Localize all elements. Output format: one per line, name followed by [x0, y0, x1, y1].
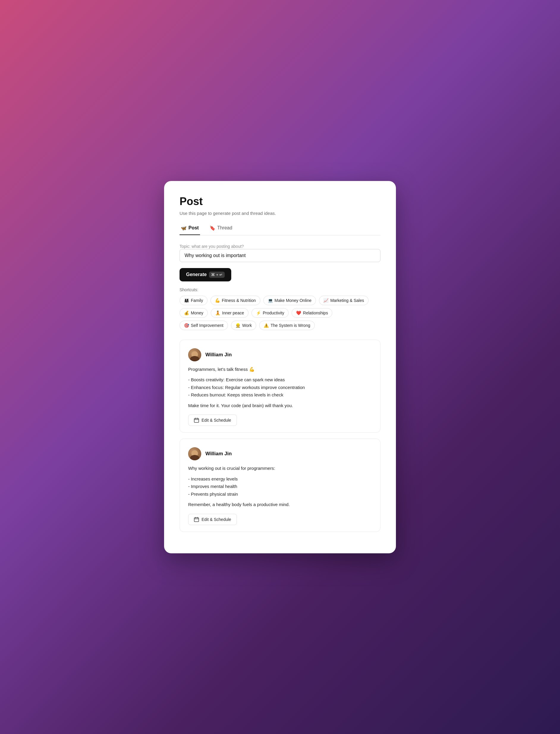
marketing-label: Marketing & Sales — [330, 298, 364, 303]
post-first-line-2: Why working out is crucial for programme… — [188, 464, 372, 472]
page-subtitle: Use this page to generate post and threa… — [180, 211, 380, 216]
shortcut-text: ⌘ + ↵ — [211, 273, 223, 277]
tab-post[interactable]: 🦋 Post — [180, 223, 200, 235]
shortcut-make-money[interactable]: 💻 Make Money Online — [263, 296, 316, 305]
money-label: Money — [191, 311, 203, 315]
post-closing-2: Remember, a healthy body fuels a product… — [188, 501, 372, 508]
thread-tab-emoji: 🔖 — [210, 225, 215, 231]
svg-rect-1 — [194, 518, 199, 522]
main-card: Post Use this page to generate post and … — [164, 181, 396, 553]
topic-input[interactable] — [180, 249, 380, 262]
shortcut-money[interactable]: 💰 Money — [180, 308, 208, 318]
author-name-1: William Jin — [205, 352, 232, 358]
author-name-2: William Jin — [205, 451, 232, 457]
shortcut-work[interactable]: 👷 Work — [231, 321, 256, 330]
make-money-emoji: 💻 — [268, 298, 273, 303]
post-card-2: William Jin Why working out is crucial f… — [180, 438, 380, 532]
shortcut-productivity[interactable]: ⚡ Productivity — [251, 308, 289, 318]
shortcut-inner-peace[interactable]: 🧘 Inner peace — [211, 308, 248, 318]
edit-schedule-button-1[interactable]: Edit & Schedule — [188, 414, 237, 426]
post-content-1: Programmers, let's talk fitness 💪 - Boos… — [188, 366, 372, 409]
tab-bar: 🦋 Post 🔖 Thread — [180, 223, 380, 235]
work-label: Work — [242, 323, 252, 328]
generate-button[interactable]: Generate ⌘ + ↵ — [180, 268, 231, 282]
system-label: The System is Wrong — [270, 323, 310, 328]
post-header-1: William Jin — [188, 348, 372, 362]
marketing-emoji: 📈 — [323, 298, 328, 303]
make-money-label: Make Money Online — [275, 298, 312, 303]
post-tab-emoji: 🦋 — [181, 225, 187, 231]
self-improvement-emoji: 🎯 — [184, 323, 189, 328]
relationships-label: Relationships — [303, 311, 328, 315]
edit-schedule-label-1: Edit & Schedule — [202, 418, 231, 422]
edit-schedule-label-2: Edit & Schedule — [202, 517, 231, 522]
post-card-1: William Jin Programmers, let's talk fitn… — [180, 340, 380, 433]
bullet-2-3: - Prevents physical strain — [188, 490, 372, 498]
avatar-2 — [188, 447, 201, 460]
calendar-icon-1 — [194, 417, 199, 423]
post-tab-label: Post — [188, 225, 199, 231]
post-content-2: Why working out is crucial for programme… — [188, 464, 372, 508]
productivity-label: Productivity — [263, 311, 284, 315]
shortcuts-grid: 👨‍👩‍👧 Family 💪 Fitness & Nutrition 💻 Mak… — [180, 296, 380, 330]
edit-schedule-button-2[interactable]: Edit & Schedule — [188, 514, 237, 525]
generate-shortcut: ⌘ + ↵ — [209, 272, 225, 278]
thread-tab-label: Thread — [217, 225, 232, 231]
inner-peace-label: Inner peace — [222, 311, 244, 315]
tab-thread[interactable]: 🔖 Thread — [208, 223, 234, 235]
svg-rect-0 — [194, 418, 199, 422]
fitness-label: Fitness & Nutrition — [222, 298, 256, 303]
post-bullets-1: - Boosts creativity: Exercise can spark … — [188, 376, 372, 399]
page-title: Post — [180, 195, 380, 208]
calendar-icon-2 — [194, 517, 199, 522]
system-emoji: ⚠️ — [264, 323, 269, 328]
shortcut-system[interactable]: ⚠️ The System is Wrong — [259, 321, 315, 330]
bullet-2-2: - Improves mental health — [188, 482, 372, 490]
shortcut-relationships[interactable]: ❤️ Relationships — [292, 308, 332, 318]
avatar-1 — [188, 348, 201, 362]
bullet-2-1: - Increases energy levels — [188, 475, 372, 483]
bullet-1-3: - Reduces burnout: Keeps stress levels i… — [188, 391, 372, 399]
post-first-line-1: Programmers, let's talk fitness 💪 — [188, 366, 372, 373]
family-label: Family — [191, 298, 203, 303]
fitness-emoji: 💪 — [215, 298, 220, 303]
relationships-emoji: ❤️ — [296, 311, 301, 315]
topic-label: Topic: what are you posting about? — [180, 244, 244, 249]
shortcuts-label: Shortcuts: — [180, 287, 380, 292]
work-emoji: 👷 — [235, 323, 240, 328]
bullet-1-2: - Enhances focus: Regular workouts impro… — [188, 383, 372, 391]
productivity-emoji: ⚡ — [256, 311, 261, 315]
inner-peace-emoji: 🧘 — [215, 311, 220, 315]
post-closing-1: Make time for it. Your code (and brain) … — [188, 402, 372, 409]
bullet-1-1: - Boosts creativity: Exercise can spark … — [188, 376, 372, 383]
shortcut-self-improvement[interactable]: 🎯 Self Improvement — [180, 321, 228, 330]
money-emoji: 💰 — [184, 311, 189, 315]
shortcut-fitness[interactable]: 💪 Fitness & Nutrition — [210, 296, 260, 305]
shortcut-family[interactable]: 👨‍👩‍👧 Family — [180, 296, 207, 305]
generate-label: Generate — [186, 272, 207, 277]
family-emoji: 👨‍👩‍👧 — [184, 298, 189, 303]
self-improvement-label: Self Improvement — [191, 323, 224, 328]
post-bullets-2: - Increases energy levels - Improves men… — [188, 475, 372, 498]
post-header-2: William Jin — [188, 447, 372, 460]
shortcut-marketing[interactable]: 📈 Marketing & Sales — [319, 296, 369, 305]
